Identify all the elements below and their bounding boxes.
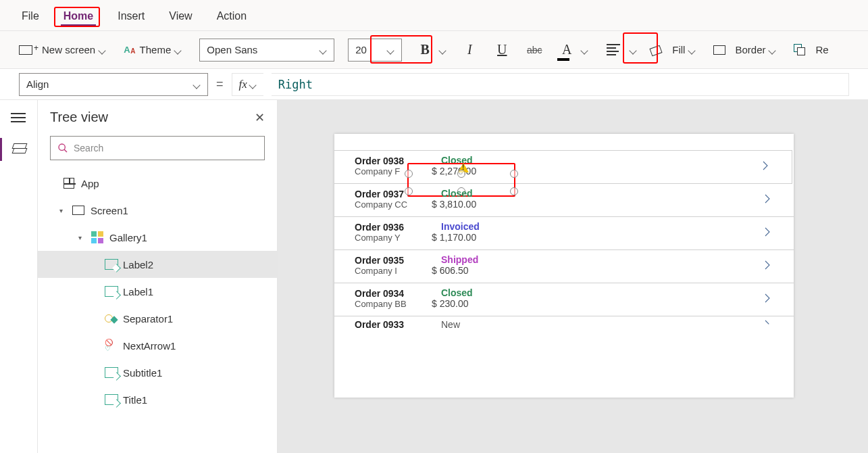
order-title: Order 0935 <box>355 255 429 266</box>
chevron-down-icon <box>99 47 106 53</box>
tree-node-label2[interactable]: Label2 <box>38 251 277 278</box>
app-icon <box>63 178 74 189</box>
gallery-item[interactable]: Order 0935Company IShipped$ 606.50 <box>334 250 794 283</box>
font-size-value: 20 <box>355 44 367 55</box>
menu-action[interactable]: Action <box>214 5 249 26</box>
tree-label-subtitle1: Subtitle1 <box>123 367 162 379</box>
chevron-down-icon <box>582 47 588 53</box>
italic-button[interactable]: I <box>460 41 479 59</box>
tree-node-screen1[interactable]: ▾ Screen1 <box>38 197 277 224</box>
property-select[interactable]: Align <box>19 73 208 96</box>
theme-label: Theme <box>140 44 172 55</box>
close-icon[interactable]: ✕ <box>255 110 265 125</box>
formula-input[interactable] <box>272 73 849 96</box>
font-size-select[interactable]: 20 <box>348 39 402 62</box>
new-screen-button[interactable]: New screen <box>38 41 110 58</box>
tree-node-subtitle1[interactable]: Subtitle1 <box>38 359 277 386</box>
tree-node-title1[interactable]: Title1 <box>38 386 277 413</box>
menu-insert[interactable]: Insert <box>115 5 147 26</box>
label-icon <box>105 286 117 297</box>
order-title: Order 0934 <box>355 288 429 299</box>
border-button[interactable]: Border <box>731 41 780 58</box>
search-placeholder: Search <box>74 143 103 153</box>
tree-label-label2: Label2 <box>123 259 153 270</box>
chevron-down-icon <box>250 81 257 88</box>
tree-node-app[interactable]: App <box>38 170 277 197</box>
active-indicator <box>0 138 2 161</box>
gallery-icon <box>91 231 103 243</box>
status-label: New <box>441 319 496 330</box>
align-icon <box>607 44 620 55</box>
svg-line-1 <box>64 149 67 152</box>
border-label: Border <box>735 44 765 55</box>
tree-node-gallery1[interactable]: ▾ Gallery1 <box>38 224 277 251</box>
tree-label-title1: Title1 <box>123 394 147 406</box>
new-screen-label: New screen <box>42 44 95 55</box>
company-subtitle: Company CC <box>355 199 429 210</box>
tree-label-screen1: Screen1 <box>91 205 128 216</box>
separator-icon <box>105 313 117 324</box>
nextarrow-icon: 🚫♡ <box>105 339 117 352</box>
menu-home[interactable]: Home <box>61 5 96 26</box>
menu-file[interactable]: File <box>19 5 42 26</box>
reorder-button[interactable]: Re <box>811 41 832 58</box>
status-label: Closed <box>441 188 496 199</box>
reorder-icon <box>794 44 806 56</box>
font-color-button[interactable]: A <box>557 41 576 59</box>
hamburger-button[interactable] <box>11 111 27 124</box>
next-arrow-icon[interactable] <box>761 317 773 335</box>
bold-button[interactable]: B <box>415 41 434 59</box>
tree-label-separator1: Separator1 <box>123 313 173 325</box>
tree-node-nextarrow1[interactable]: 🚫♡ NextArrow1 <box>38 332 277 359</box>
screen-icon <box>72 206 84 215</box>
label-icon <box>105 367 117 378</box>
gallery-item[interactable]: Order 0936Company YInvoiced$ 1,170.00 <box>334 217 794 250</box>
price-label: $ 230.00 <box>432 298 496 309</box>
gallery-item[interactable]: Order 0937Company CCClosed$ 3,810.00 <box>334 184 794 217</box>
next-arrow-icon[interactable] <box>761 191 773 209</box>
equals-sign: = <box>216 77 224 91</box>
property-value: Align <box>26 78 49 90</box>
reorder-label: Re <box>815 44 828 55</box>
chevron-down-icon <box>175 47 182 53</box>
company-subtitle: Company F <box>355 166 429 176</box>
tree-title: Tree view <box>50 110 108 125</box>
strikethrough-button[interactable]: abc <box>525 41 544 59</box>
svg-point-0 <box>59 144 65 150</box>
status-label: Invoiced <box>441 221 496 232</box>
next-arrow-icon[interactable] <box>759 158 771 176</box>
theme-button[interactable]: Theme <box>136 41 186 58</box>
tree-node-label1[interactable]: Label1 <box>38 278 277 305</box>
status-label: Shipped <box>441 254 496 265</box>
tree-label-label1: Label1 <box>123 286 153 297</box>
gallery-item[interactable]: Order 0934Company BBClosed$ 230.00 <box>334 283 794 316</box>
chevron-down-icon <box>630 47 637 53</box>
fill-button[interactable]: Fill <box>668 41 700 58</box>
resize-handle[interactable] <box>405 170 413 178</box>
next-arrow-icon[interactable] <box>761 291 773 308</box>
theme-icon: A <box>124 45 130 55</box>
chevron-down-icon <box>388 47 394 53</box>
next-arrow-icon[interactable] <box>761 258 773 275</box>
text-align-button[interactable] <box>602 39 625 62</box>
font-family-select[interactable]: Open Sans <box>199 39 334 62</box>
tree-node-separator1[interactable]: Separator1 <box>38 305 277 332</box>
menu-view[interactable]: View <box>166 5 195 26</box>
underline-button[interactable]: U <box>492 41 511 59</box>
fill-label: Fill <box>672 44 685 55</box>
gallery-item[interactable]: Order 0933New <box>334 316 794 335</box>
collapse-icon: ▾ <box>59 207 66 214</box>
resize-handle[interactable] <box>510 170 518 178</box>
fx-label: fx <box>239 78 247 91</box>
chevron-down-icon <box>194 81 201 88</box>
new-screen-icon <box>19 45 32 55</box>
tree-view-button[interactable] <box>11 141 27 157</box>
next-arrow-icon[interactable] <box>761 224 773 242</box>
status-label: Closed <box>441 155 496 166</box>
gallery-item[interactable]: Order 0938Company FClosed$ 2,270.00 <box>334 150 792 184</box>
chevron-down-icon <box>440 47 446 53</box>
resize-handle[interactable] <box>457 170 465 178</box>
fx-button[interactable]: fx <box>232 73 263 96</box>
search-input[interactable]: Search <box>50 136 265 160</box>
canvas[interactable]: Order 0938Company FClosed$ 2,270.00Order… <box>278 100 868 453</box>
